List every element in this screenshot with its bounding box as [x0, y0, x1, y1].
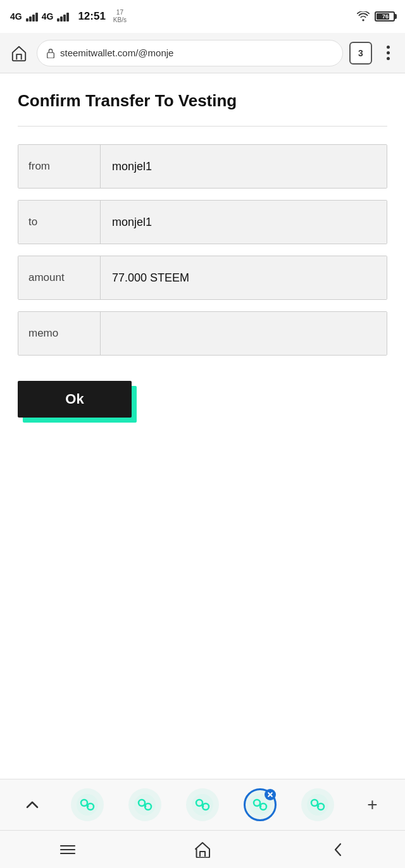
from-value: monjel1: [101, 145, 387, 188]
home-button[interactable]: [8, 42, 30, 65]
network2-label: 4G: [42, 11, 54, 22]
nav-row: [0, 830, 405, 868]
tab-thumb-2[interactable]: [128, 788, 161, 821]
hamburger-button[interactable]: [49, 836, 87, 864]
menu-dot-2: [387, 51, 390, 54]
to-value: monjel1: [101, 201, 387, 244]
ok-button-wrapper: Ok: [18, 381, 132, 418]
network1-label: 4G: [10, 11, 22, 22]
tab-thumb-4-active[interactable]: [244, 788, 277, 821]
divider: [18, 126, 387, 127]
memo-value: [101, 312, 387, 355]
home-icon: [11, 45, 27, 61]
menu-dot-3: [387, 57, 390, 60]
status-left: 4G 4G 12:51 17 KB/s: [10, 9, 127, 24]
memo-label: memo: [18, 312, 101, 355]
back-button[interactable]: [318, 836, 356, 864]
nav-home-icon: [194, 841, 211, 858]
tab-thumb-5[interactable]: [301, 788, 334, 821]
amount-value: 77.000 STEEM: [101, 256, 387, 299]
url-text: steemitwallet.com/@monjе: [60, 47, 173, 58]
hamburger-icon: [59, 843, 76, 856]
signal1-icon: [26, 11, 38, 22]
data-speed-label: 17 KB/s: [113, 9, 127, 24]
to-label: to: [18, 201, 101, 244]
battery-label: 76: [377, 13, 394, 20]
signal2-icon: [57, 11, 69, 22]
url-bar[interactable]: steemitwallet.com/@monjе: [37, 40, 343, 66]
tab-row: +: [0, 779, 405, 830]
empty-space: [0, 443, 405, 709]
bottom-bar: +: [0, 779, 405, 868]
nav-home-button[interactable]: [184, 836, 221, 864]
back-icon: [329, 841, 346, 858]
chevron-up-icon: [25, 798, 39, 812]
steemit-icon-2: [134, 794, 156, 815]
amount-label: amount: [18, 256, 101, 299]
expand-button[interactable]: [18, 791, 46, 819]
status-bar: 4G 4G 12:51 17 KB/s 76: [0, 0, 405, 33]
ok-button[interactable]: Ok: [18, 381, 132, 418]
tab-thumb-1[interactable]: [71, 788, 104, 821]
menu-dot-1: [387, 46, 390, 49]
lock-icon: [46, 48, 55, 58]
menu-button[interactable]: [378, 42, 397, 65]
amount-row: amount 77.000 STEEM: [18, 256, 387, 300]
browser-bar: steemitwallet.com/@monjе 3: [0, 33, 405, 73]
wifi-icon: [357, 11, 370, 22]
from-label: from: [18, 145, 101, 188]
tab-count-button[interactable]: 3: [349, 42, 372, 65]
tab-thumb-3[interactable]: [186, 788, 219, 821]
steemit-icon-5: [307, 794, 328, 815]
battery-icon: 76: [375, 11, 395, 22]
steemit-icon-1: [77, 794, 98, 815]
page-content: Confirm Transfer To Vesting from monjel1…: [0, 73, 405, 443]
to-row: to monjel1: [18, 200, 387, 244]
svg-rect-0: [47, 53, 54, 58]
close-tab-icon[interactable]: [265, 789, 276, 800]
memo-row: memo: [18, 311, 387, 356]
page-title: Confirm Transfer To Vesting: [18, 91, 387, 111]
steemit-icon-3: [192, 794, 213, 815]
time-label: 12:51: [78, 10, 105, 23]
new-tab-button[interactable]: +: [358, 791, 386, 819]
from-row: from monjel1: [18, 144, 387, 189]
status-right: 76: [357, 11, 395, 22]
